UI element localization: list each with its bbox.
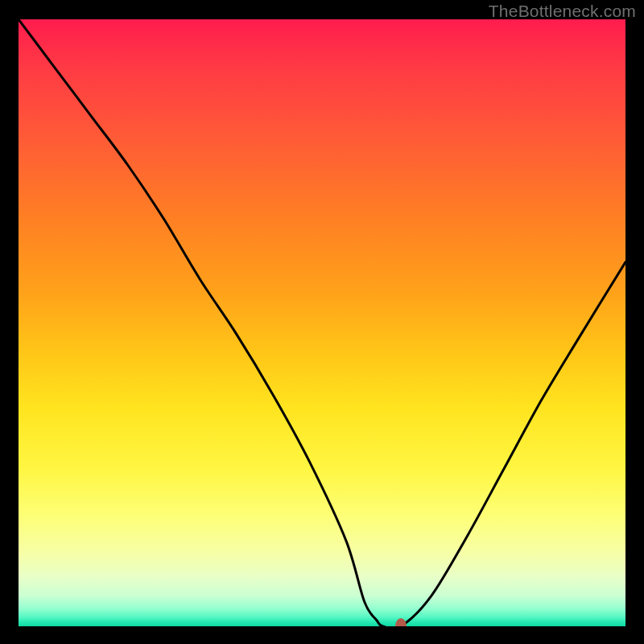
chart-stage: TheBottleneck.com [0, 0, 644, 644]
curve-svg [19, 19, 625, 626]
curve-path [19, 19, 625, 626]
watermark-text: TheBottleneck.com [489, 2, 636, 21]
plot-area [19, 19, 625, 626]
